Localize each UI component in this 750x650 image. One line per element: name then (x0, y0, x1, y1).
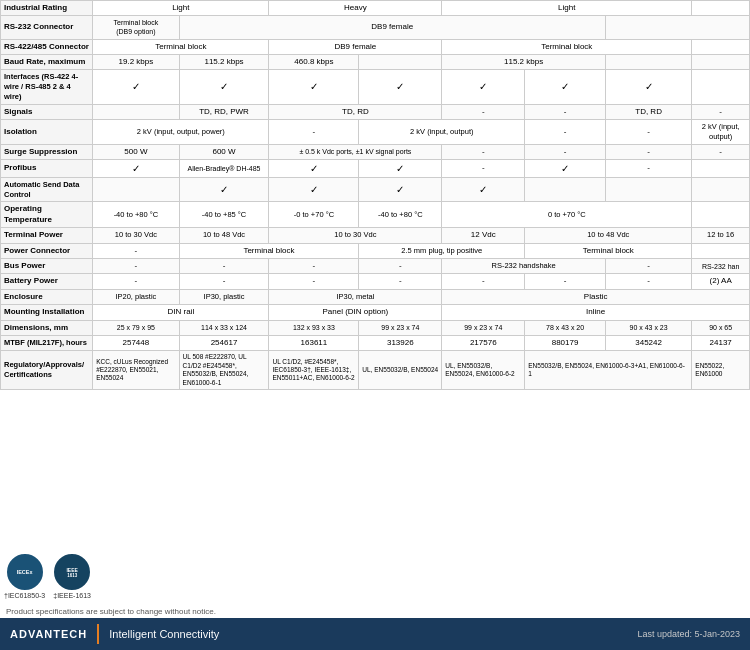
table-row: Interfaces (RS-422 4-wire / RS-485 2 & 4… (1, 70, 750, 104)
row-label: MTBF (MIL217F), hours (1, 335, 93, 350)
table-row: Profibus ✓ Allen-Bradley® DH-485 ✓ ✓ - ✓… (1, 159, 750, 177)
cell: 500 W (93, 144, 179, 159)
cell: ✓ (269, 177, 359, 202)
cell: 12 Vdc (442, 228, 525, 243)
row-label: Operating Temperature (1, 202, 93, 228)
table-row: Terminal Power 10 to 30 Vdc 10 to 48 Vdc… (1, 228, 750, 243)
cell: Heavy (269, 1, 442, 16)
cell (93, 177, 179, 202)
table-row: Bus Power - - - - RS-232 handshake - RS-… (1, 258, 750, 273)
cell: - (179, 274, 269, 289)
cell: IP20, plastic (93, 289, 179, 304)
row-label: Profibus (1, 159, 93, 177)
table-row: RS-422/485 Connector Terminal block DB9 … (1, 39, 750, 54)
cell: RS-232 handshake (442, 258, 606, 273)
cell: 600 W (179, 144, 269, 159)
cell: 24137 (692, 335, 750, 350)
cell (692, 177, 750, 202)
cell: 880179 (525, 335, 606, 350)
cell: - (442, 159, 525, 177)
cell (692, 159, 750, 177)
cell: UL 508 #E222870, UL C1/D2 #E245458*, EN5… (179, 351, 269, 390)
cell: UL C1/D2, #E245458*, IEC61850-3†, IEEE-1… (269, 351, 359, 390)
cell: 99 x 23 x 74 (359, 320, 442, 335)
cell: 313926 (359, 335, 442, 350)
cell: 2 kV (input, output, power) (93, 120, 269, 145)
row-label: RS-232 Connector (1, 16, 93, 39)
cell: 132 x 93 x 33 (269, 320, 359, 335)
cell: Light (93, 1, 269, 16)
page-wrapper: Industrial Rating Light Heavy Light RS-2… (0, 0, 750, 650)
cell: 10 to 48 Vdc (179, 228, 269, 243)
cell: Terminal block (179, 243, 359, 258)
cell: -0 to +70 °C (269, 202, 359, 228)
cell: 257448 (93, 335, 179, 350)
row-label: Industrial Rating (1, 1, 93, 16)
ieee-logo-item: IEEE 1613 ‡IEEE-1613 (53, 554, 91, 599)
cell: - (442, 144, 525, 159)
cell: - (525, 274, 606, 289)
cell: 114 x 33 x 124 (179, 320, 269, 335)
cell: - (179, 258, 269, 273)
row-label: Terminal Power (1, 228, 93, 243)
cell: UL, EN55032/B, EN55024 (359, 351, 442, 390)
cell: ✓ (179, 177, 269, 202)
cell: 90 x 43 x 23 (605, 320, 691, 335)
cell: 78 x 43 x 20 (525, 320, 606, 335)
table-row: Surge Suppression 500 W 600 W ± 0.5 k Vd… (1, 144, 750, 159)
cell: - (605, 159, 691, 177)
cell: 254617 (179, 335, 269, 350)
cell (605, 54, 691, 69)
cell: ✓ (359, 177, 442, 202)
cell: DB9 female (179, 16, 605, 39)
table-row: MTBF (MIL217F), hours 257448 254617 1636… (1, 335, 750, 350)
footer-divider (97, 624, 99, 644)
cell: - (605, 120, 691, 145)
cell: 163611 (269, 335, 359, 350)
cell: IP30, metal (269, 289, 442, 304)
table-row: Power Connector - Terminal block 2.5 mm … (1, 243, 750, 258)
cell: 19.2 kbps (93, 54, 179, 69)
cell: Terminal block (442, 39, 692, 54)
cell (692, 54, 750, 69)
cell: ✓ (93, 159, 179, 177)
cell: 460.8 kbps (269, 54, 359, 69)
cell: 0 to +70 °C (442, 202, 692, 228)
cell: 2 kV (input, output) (359, 120, 525, 145)
cell: ✓ (269, 70, 359, 104)
brand-name: ADVANTECH (10, 628, 87, 640)
cell: ✓ (359, 159, 442, 177)
cell: ✓ (179, 70, 269, 104)
cell: ✓ (359, 70, 442, 104)
cell (692, 202, 750, 228)
cell: 115.2 kbps (179, 54, 269, 69)
cell: - (605, 274, 691, 289)
footer-tagline: Intelligent Connectivity (109, 628, 219, 640)
cell: -40 to +80 °C (359, 202, 442, 228)
main-table: Industrial Rating Light Heavy Light RS-2… (0, 0, 750, 548)
row-label: Regulatory/Approvals/ Certifications (1, 351, 93, 390)
cell: 25 x 79 x 95 (93, 320, 179, 335)
cell (692, 70, 750, 104)
cell: -40 to +80 °C (93, 202, 179, 228)
cell (605, 16, 749, 39)
cell: - (442, 274, 525, 289)
cell (359, 54, 442, 69)
row-label: Dimensions, mm (1, 320, 93, 335)
cell: EN55032/B, EN55024, EN61000-6-3+A1, EN61… (525, 351, 692, 390)
table-row: Operating Temperature -40 to +80 °C -40 … (1, 202, 750, 228)
cell: 115.2 kbps (442, 54, 606, 69)
cell: Terminal block (525, 243, 692, 258)
row-label: Interfaces (RS-422 4-wire / RS-485 2 & 4… (1, 70, 93, 104)
cell: - (269, 274, 359, 289)
cell: Inline (442, 305, 750, 320)
cell: - (269, 120, 359, 145)
table-row: Isolation 2 kV (input, output, power) - … (1, 120, 750, 145)
cell: Plastic (442, 289, 750, 304)
table-row: Automatic Send Data Control ✓ ✓ ✓ ✓ (1, 177, 750, 202)
table-row: Baud Rate, maximum 19.2 kbps 115.2 kbps … (1, 54, 750, 69)
footer-bar: ADVANTECH Intelligent Connectivity Last … (0, 618, 750, 650)
cell: - (359, 274, 442, 289)
disclaimer-text: Product specifications are subject to ch… (6, 607, 216, 616)
cell: KCC, cULus Recognized #E222870, EN55021,… (93, 351, 179, 390)
